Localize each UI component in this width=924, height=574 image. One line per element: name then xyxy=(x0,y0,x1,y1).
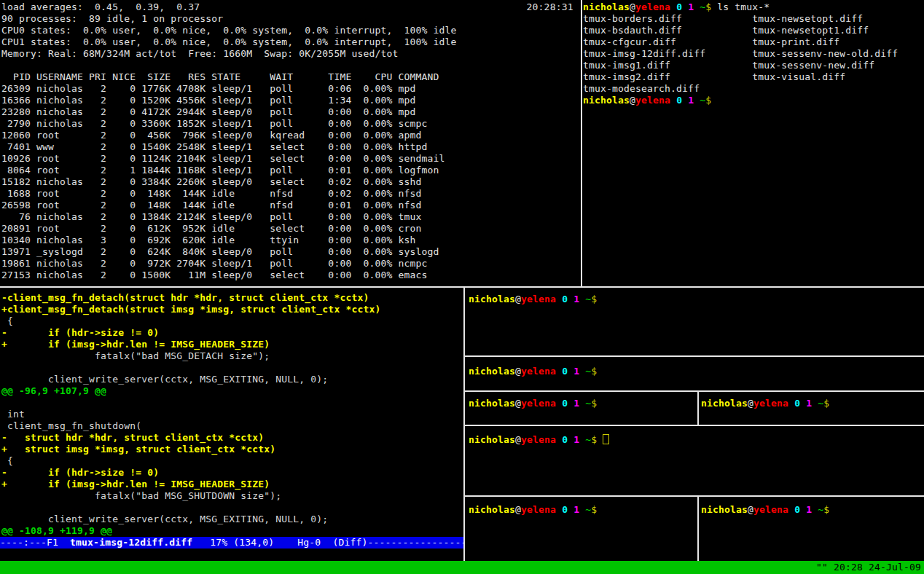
spacer xyxy=(812,398,818,409)
spacer xyxy=(556,434,562,445)
prompt-session: 0 xyxy=(794,398,800,409)
spacer xyxy=(694,95,700,106)
diff-line: +client_msg_fn_detach(struct imsg *imsg,… xyxy=(1,304,380,315)
pane-shell-ls[interactable]: nicholas@yelena 0 1 ~$ ls tmux-* tmux-bo… xyxy=(582,0,924,286)
spacer xyxy=(579,434,585,445)
diff-buffer: -client_msg_fn_detach(struct hdr *hdr, s… xyxy=(1,292,380,537)
spacer xyxy=(800,398,806,409)
prompt-symbol: $ xyxy=(823,504,829,515)
spacer xyxy=(682,95,688,106)
pane-shell-7[interactable]: nicholas@yelena 0 1 ~$ xyxy=(699,497,924,561)
pane-border-right-2[interactable] xyxy=(465,390,924,392)
spacer xyxy=(579,398,585,409)
ls-file-list: tmux-borders.diff tmux-newsetopt.diff tm… xyxy=(583,13,898,95)
pane-shell-6[interactable]: nicholas@yelena 0 1 ~$ xyxy=(465,497,697,561)
status-clock: "" 20:28 24-Jul-09 xyxy=(816,561,921,574)
pane-border-top-vertical[interactable] xyxy=(581,0,582,286)
diff-line: - if (hdr->size != 0) xyxy=(1,467,159,478)
spacer xyxy=(788,504,794,515)
prompt-host: yelena xyxy=(753,504,788,515)
shell-prompt-ls-2: nicholas@yelena 0 1 ~$ xyxy=(583,95,711,106)
prompt-symbol: $ xyxy=(591,398,597,409)
pane-top-processes[interactable]: load averages: 0.45, 0.39, 0.37 20:28:31… xyxy=(0,0,581,286)
spacer xyxy=(568,398,573,409)
terminal-cursor xyxy=(603,434,609,444)
shell-prompt-7: nicholas@yelena 0 1 ~$ xyxy=(701,504,829,516)
spacer xyxy=(670,95,676,106)
prompt-window: 1 xyxy=(573,504,579,515)
shell-prompt-3: nicholas@yelena 0 1 ~$ xyxy=(469,398,597,409)
spacer xyxy=(788,398,794,409)
diff-line: + if (imsg->hdr.len != IMSG_HEADER_SIZE) xyxy=(1,339,270,350)
pane-shell-5[interactable]: nicholas@yelena 0 1 ~$ xyxy=(465,426,924,495)
prompt-host: yelena xyxy=(521,366,556,377)
prompt-symbol: $ xyxy=(591,366,597,377)
prompt-user: nicholas xyxy=(583,95,630,106)
top-output: load averages: 0.45, 0.39, 0.37 20:28:31… xyxy=(1,1,573,281)
diff-line: -client_msg_fn_detach(struct hdr *hdr, s… xyxy=(1,292,369,303)
shell-prompt-4: nicholas@yelena 0 1 ~$ xyxy=(701,398,829,409)
pane-shell-1[interactable]: nicholas@yelena 0 1 ~$ xyxy=(465,288,924,355)
pane-shell-4[interactable]: nicholas@yelena 0 1 ~$ xyxy=(699,392,924,425)
prompt-window: 1 xyxy=(806,398,812,409)
spacer xyxy=(579,294,585,304)
prompt-session: 0 xyxy=(676,95,682,106)
tmux-screen: load averages: 0.45, 0.39, 0.37 20:28:31… xyxy=(0,0,924,574)
prompt-session: 0 xyxy=(562,504,568,515)
diff-line: fatalx("bad MSG_SHUTDOWN size"); xyxy=(1,490,281,501)
pane-border-right-4[interactable] xyxy=(465,495,924,497)
spacer xyxy=(556,504,562,515)
spacer xyxy=(568,434,573,445)
spacer xyxy=(556,366,562,377)
prompt-at: @ xyxy=(630,1,635,12)
prompt-host: yelena xyxy=(753,398,788,409)
prompt-host: yelena xyxy=(521,294,556,304)
prompt-at: @ xyxy=(515,504,521,515)
prompt-session: 0 xyxy=(562,366,568,377)
prompt-user: nicholas xyxy=(701,398,748,409)
pane-shell-2[interactable]: nicholas@yelena 0 1 ~$ xyxy=(465,357,924,390)
prompt-user: nicholas xyxy=(583,1,630,12)
prompt-user: nicholas xyxy=(469,294,515,304)
pane-border-right-split-2[interactable] xyxy=(697,497,699,561)
pane-emacs-diff[interactable]: -client_msg_fn_detach(struct hdr *hdr, s… xyxy=(0,288,463,561)
prompt-at: @ xyxy=(515,434,521,445)
diff-line: client_write_server(cctx, MSG_EXITING, N… xyxy=(1,374,328,385)
modeline-prefix: ----:---F1 xyxy=(0,537,70,548)
spacer xyxy=(556,398,562,409)
prompt-symbol: $ xyxy=(705,95,711,106)
prompt-user: nicholas xyxy=(701,504,748,515)
modeline-info: 17% (134,0) Hg-0 (Diff)-----------------… xyxy=(192,537,463,548)
prompt-host: yelena xyxy=(521,504,556,515)
prompt-session: 0 xyxy=(562,398,568,409)
pane-border-right-split-1[interactable] xyxy=(697,392,699,425)
diff-line: - if (hdr->size != 0) xyxy=(1,327,159,338)
prompt-at: @ xyxy=(515,294,521,304)
spacer xyxy=(682,1,688,12)
spacer xyxy=(579,366,585,377)
diff-line: fatalx("bad MSG_DETACH size"); xyxy=(1,350,270,361)
modeline-filename: tmux-imsg-12diff.diff xyxy=(70,537,192,548)
spacer xyxy=(694,1,700,12)
prompt-host: yelena xyxy=(521,434,556,445)
typed-command: ls tmux-* xyxy=(711,1,770,12)
diff-line: + if (imsg->hdr.len != IMSG_HEADER_SIZE) xyxy=(1,479,270,490)
prompt-session: 0 xyxy=(562,434,568,445)
spacer xyxy=(597,434,603,445)
diff-line: - struct hdr *hdr, struct client_ctx *cc… xyxy=(1,432,264,443)
prompt-user: nicholas xyxy=(469,504,515,515)
prompt-window: 1 xyxy=(688,95,694,106)
pane-border-right-1[interactable] xyxy=(465,355,924,357)
prompt-host: yelena xyxy=(521,398,556,409)
prompt-user: nicholas xyxy=(469,434,515,445)
prompt-window: 1 xyxy=(688,1,694,12)
pane-border-right-3[interactable] xyxy=(465,425,924,426)
spacer xyxy=(579,504,585,515)
spacer xyxy=(556,294,562,304)
spacer xyxy=(568,294,573,304)
prompt-symbol: $ xyxy=(823,398,829,409)
pane-shell-3[interactable]: nicholas@yelena 0 1 ~$ xyxy=(465,392,697,425)
pane-border-horizontal-main[interactable] xyxy=(0,286,924,288)
spacer xyxy=(568,504,573,515)
prompt-at: @ xyxy=(515,366,521,377)
